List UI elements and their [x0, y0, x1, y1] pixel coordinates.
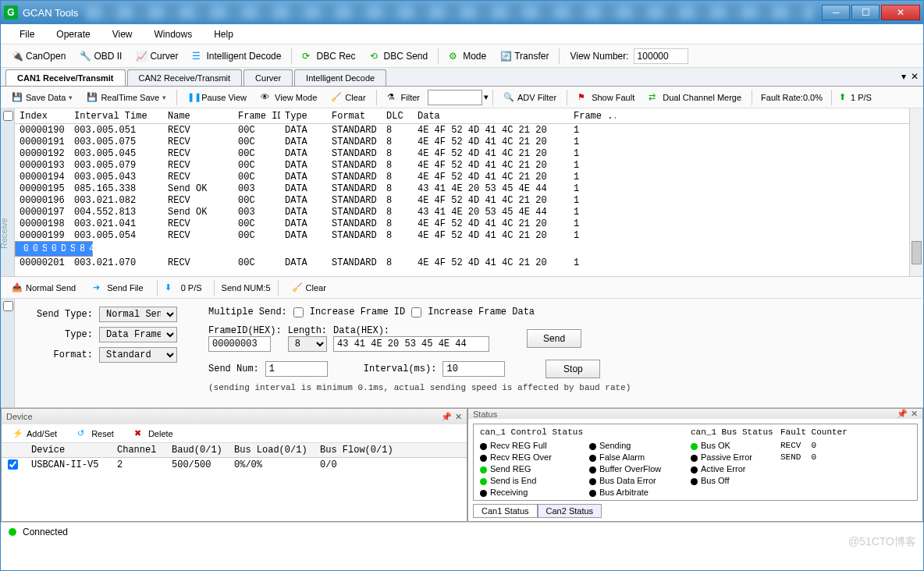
- incid-checkbox[interactable]: [293, 307, 304, 317]
- send-select-all[interactable]: [3, 301, 13, 311]
- col-busload[interactable]: Bus Load(0/1): [228, 445, 314, 456]
- table-row[interactable]: 00000197004.552.813Send OK003DATASTANDAR…: [15, 206, 909, 218]
- intdecode-button[interactable]: ☰Intelligent Decode: [186, 48, 287, 64]
- send-toolbar: 📤Normal Send ➜Send File ⬇ 0 P/S Send NUM…: [1, 277, 923, 299]
- menu-windows[interactable]: Windows: [144, 29, 204, 40]
- col-busflow[interactable]: Bus Flow(0/1): [314, 445, 407, 456]
- filter-drop-icon[interactable]: ▾: [484, 92, 489, 102]
- can1-status-tab[interactable]: Can1 Status: [473, 504, 538, 518]
- viewnum-input[interactable]: [634, 48, 688, 64]
- length-select[interactable]: 8: [288, 336, 327, 352]
- send-button[interactable]: Send: [527, 329, 581, 348]
- send-ps: 0 P/S: [176, 283, 207, 293]
- table-row[interactable]: 00000191003.005.075RECV00CDATASTANDARD84…: [15, 136, 909, 147]
- table-row[interactable]: 00000195085.165.338Send OK003DATASTANDAR…: [15, 183, 909, 194]
- sendnum-input[interactable]: [265, 361, 328, 377]
- savedata-button[interactable]: 💾Save Data: [5, 90, 79, 105]
- sendfile-button[interactable]: ➜Send File: [87, 280, 149, 296]
- minimize-button[interactable]: ─: [822, 5, 850, 20]
- tab-curver[interactable]: Curver: [243, 69, 293, 86]
- col-device[interactable]: Device: [25, 445, 111, 456]
- normalsend-button[interactable]: 📤Normal Send: [5, 280, 82, 296]
- clear-button[interactable]: 🧹Clear: [325, 90, 371, 105]
- can2-status-tab[interactable]: Can2 Status: [538, 504, 602, 518]
- interval-input[interactable]: [442, 361, 505, 377]
- table-row[interactable]: 00000198003.021.041RECV00CDATASTANDARD84…: [15, 218, 909, 229]
- table-row[interactable]: 00000196003.021.082RECV00CDATASTANDARD84…: [15, 194, 909, 206]
- datahex-input[interactable]: [333, 336, 489, 352]
- device-pin-icon[interactable]: 📌: [438, 412, 455, 422]
- mode-button[interactable]: ⚙Mode: [442, 48, 492, 64]
- table-row[interactable]: 00000190003.005.051RECV00CDATASTANDARD84…: [15, 124, 909, 136]
- type-select[interactable]: Data Frame: [99, 327, 177, 342]
- delete-button[interactable]: ✖Delete: [128, 426, 179, 442]
- status-panel: Status📌✕ can_1 Control Status Recv REG F…: [467, 408, 923, 522]
- status-pin-icon[interactable]: 📌: [894, 409, 911, 419]
- col-data[interactable]: Data: [413, 111, 569, 122]
- menu-view[interactable]: View: [101, 29, 144, 40]
- dualmerge-button[interactable]: ⇄Dual Channel Merge: [642, 90, 748, 105]
- advfilter-button[interactable]: 🔍ADV Filter: [497, 90, 563, 105]
- fault-head: Fault Counter: [780, 427, 851, 437]
- table-row[interactable]: 00000192003.005.045RECV00CDATASTANDARD84…: [15, 147, 909, 159]
- dbcrec-button[interactable]: ⟳DBC Rec: [296, 48, 361, 64]
- obd-button[interactable]: 🔧OBD II: [73, 48, 128, 64]
- table-row[interactable]: 00000200004.283.589Send OK003DATASTANDAR…: [15, 241, 93, 257]
- stop-button[interactable]: Stop: [546, 360, 600, 378]
- col-frame[interactable]: Frame ...: [569, 111, 616, 122]
- tabs-close-icon[interactable]: ✕: [911, 71, 919, 82]
- table-row[interactable]: 00000193003.005.079RECV00CDATASTANDARD84…: [15, 159, 909, 171]
- tab-can2[interactable]: CAN2 Receive/Transmit: [127, 69, 243, 86]
- col-baud[interactable]: Baud(0/1): [165, 445, 228, 456]
- format-select[interactable]: Standard: [99, 347, 177, 363]
- menu-help[interactable]: Help: [203, 29, 244, 40]
- addset-button[interactable]: ⚡Add/Set: [6, 426, 63, 442]
- frameid-input[interactable]: [208, 336, 271, 352]
- col-channel[interactable]: Channel: [111, 445, 165, 456]
- tab-intdec[interactable]: Intelligent Decode: [294, 69, 386, 86]
- viewmode-button[interactable]: 👁View Mode: [254, 90, 323, 105]
- filter-button[interactable]: ⚗Filter: [381, 90, 426, 105]
- device-close-icon[interactable]: ✕: [455, 412, 462, 422]
- filter-input[interactable]: [428, 90, 482, 105]
- col-interval[interactable]: Interval Time: [69, 111, 163, 122]
- table-row[interactable]: 00000194003.005.043RECV00CDATASTANDARD84…: [15, 171, 909, 183]
- reset-button[interactable]: ↺Reset: [71, 426, 120, 442]
- dbcrec-icon: ⟳: [302, 51, 313, 62]
- showfault-button[interactable]: ⚑Show Fault: [571, 90, 641, 105]
- device-checkbox[interactable]: [8, 459, 18, 470]
- incdata-checkbox[interactable]: [411, 307, 421, 317]
- col-type[interactable]: Type: [280, 111, 327, 122]
- table-row[interactable]: 00000201003.021.070RECV00CDATASTANDARD84…: [15, 257, 909, 268]
- send-leftbar: [1, 299, 15, 407]
- device-title: Device: [6, 412, 33, 421]
- canopen-button[interactable]: 🔌CanOpen: [5, 48, 72, 64]
- tabs-dropdown-icon[interactable]: ▾: [901, 71, 906, 82]
- send-clear-button[interactable]: 🧹Clear: [286, 280, 332, 296]
- maximize-button[interactable]: ☐: [851, 5, 880, 20]
- col-index[interactable]: Index: [15, 111, 69, 122]
- dbcsend-icon: ⟲: [370, 51, 381, 62]
- close-button[interactable]: ✕: [881, 5, 920, 20]
- col-name[interactable]: Name: [163, 111, 233, 122]
- dbcsend-button[interactable]: ⟲DBC Send: [364, 48, 435, 64]
- sendtype-select[interactable]: Normal Send: [99, 307, 177, 322]
- col-dlc[interactable]: DLC: [382, 111, 413, 122]
- table-row[interactable]: 00000199003.005.054RECV00CDATASTANDARD84…: [15, 229, 909, 241]
- col-format[interactable]: Format: [327, 111, 382, 122]
- curver-button[interactable]: 📈Curver: [130, 48, 184, 64]
- grid-scrollbar[interactable]: [909, 108, 923, 276]
- menu-operate[interactable]: Operate: [45, 29, 101, 40]
- sendnum-lbl: Send Num:: [208, 364, 259, 374]
- sendtype-label: Send Type:: [30, 309, 93, 320]
- device-row[interactable]: USBCAN-II-V5 2 500/500 0%/0% 0/0: [2, 458, 467, 474]
- col-frameid[interactable]: Frame ID: [233, 111, 280, 122]
- transfer-button[interactable]: 🔄Transfer: [494, 48, 555, 64]
- status-close-icon[interactable]: ✕: [911, 409, 918, 419]
- pause-button[interactable]: ❚❚Pause View: [181, 90, 253, 105]
- rtsave-button[interactable]: 💾RealTime Save: [80, 90, 172, 105]
- grid-select-all[interactable]: [3, 111, 13, 121]
- tab-can1[interactable]: CAN1 Receive/Transmit: [5, 69, 126, 86]
- menu-file[interactable]: File: [9, 29, 45, 40]
- bus-head: can_1 Bus Status: [691, 427, 780, 437]
